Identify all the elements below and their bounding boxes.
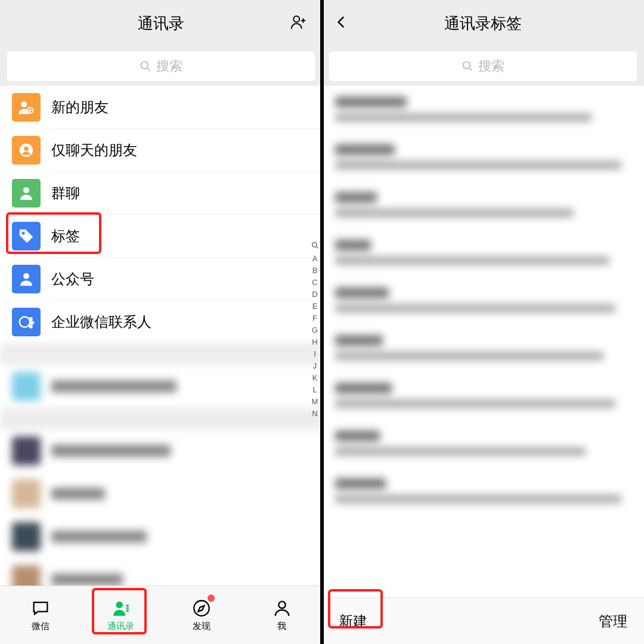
new-button[interactable]: 新建	[339, 612, 367, 631]
row-label: 企业微信联系人	[51, 312, 151, 332]
row-wecom-contacts[interactable]: 企业微信联系人	[0, 301, 322, 343]
search-input[interactable]: 搜索	[7, 51, 315, 81]
chat-friend-icon	[12, 136, 41, 165]
index-letter[interactable]: B	[312, 265, 318, 277]
tag-item[interactable]	[322, 86, 644, 134]
tag-item[interactable]	[322, 324, 644, 372]
svg-point-13	[312, 243, 317, 247]
index-letter[interactable]: L	[312, 384, 317, 396]
svg-point-9	[20, 317, 30, 327]
row-label: 公众号	[51, 270, 94, 289]
tag-list	[322, 86, 644, 597]
index-letter[interactable]: G	[312, 324, 318, 336]
tab-label: 我	[277, 621, 286, 632]
wecom-icon	[12, 308, 41, 336]
tab-label: 发现	[193, 621, 210, 632]
index-letter[interactable]: N	[312, 408, 317, 420]
index-letter[interactable]: I	[314, 348, 316, 360]
row-new-friends[interactable]: 新的朋友	[0, 86, 322, 129]
page-title: 通讯录标签	[444, 13, 522, 34]
group-icon	[12, 179, 41, 208]
svg-point-6	[23, 187, 29, 193]
screen-divider	[320, 0, 324, 644]
tab-discover[interactable]: 发现	[161, 586, 242, 644]
svg-point-17	[463, 62, 470, 69]
tag-item[interactable]	[322, 372, 644, 420]
tab-label: 微信	[32, 621, 49, 632]
tag-icon	[12, 222, 41, 250]
back-icon[interactable]	[334, 14, 349, 32]
index-letter[interactable]: M	[312, 396, 318, 408]
row-group-chats[interactable]: 群聊	[0, 172, 322, 215]
row-label: 群聊	[51, 184, 80, 203]
index-letter[interactable]: C	[312, 277, 317, 289]
svg-point-2	[21, 101, 27, 107]
row-chat-only-friends[interactable]: 仅聊天的朋友	[0, 129, 322, 172]
tag-item[interactable]	[322, 277, 644, 324]
tag-item[interactable]	[322, 134, 644, 181]
svg-point-14	[116, 602, 122, 608]
tab-contacts[interactable]: 通讯录	[80, 586, 161, 644]
svg-point-10	[30, 318, 32, 320]
row-tags[interactable]: 标签	[0, 215, 322, 258]
index-search-icon[interactable]	[311, 241, 319, 253]
tag-item[interactable]	[322, 420, 644, 467]
svg-point-1	[141, 62, 148, 69]
svg-point-11	[31, 321, 33, 324]
left-screen: 通讯录 搜索	[0, 0, 322, 644]
svg-point-8	[23, 273, 29, 279]
tag-item[interactable]	[322, 467, 644, 515]
svg-point-16	[278, 602, 285, 608]
add-friend-icon	[12, 93, 41, 122]
search-wrap: 搜索	[0, 47, 322, 86]
alpha-index[interactable]: A B C D E F G H I J K L M N	[309, 241, 321, 420]
tag-item[interactable]	[322, 229, 644, 277]
index-letter[interactable]: A	[312, 253, 318, 265]
right-screen: 通讯录标签 搜索 新建 管理	[322, 0, 644, 644]
search-input[interactable]: 搜索	[329, 51, 637, 81]
row-official-accounts[interactable]: 公众号	[0, 258, 322, 301]
svg-point-5	[24, 147, 29, 151]
page-title: 通讯录	[138, 13, 184, 34]
header: 通讯录标签	[322, 0, 644, 47]
index-letter[interactable]: J	[313, 360, 317, 372]
svg-point-15	[194, 600, 209, 616]
official-icon	[12, 265, 41, 293]
footer: 新建 管理	[322, 597, 644, 644]
search-placeholder: 搜索	[478, 57, 504, 75]
row-label: 标签	[51, 227, 80, 246]
svg-point-7	[22, 232, 25, 235]
manage-button[interactable]: 管理	[599, 612, 627, 631]
row-label: 仅聊天的朋友	[51, 141, 137, 160]
blurred-contacts	[0, 343, 322, 586]
tab-bar: 微信 通讯录 发现 我	[0, 586, 322, 644]
contact-list: 新的朋友 仅聊天的朋友 群聊	[0, 86, 322, 586]
index-letter[interactable]: K	[312, 372, 318, 384]
index-letter[interactable]: F	[312, 312, 317, 324]
index-letter[interactable]: E	[312, 301, 318, 312]
notification-dot	[208, 595, 215, 602]
svg-point-0	[293, 16, 299, 22]
index-letter[interactable]: H	[312, 336, 317, 348]
tab-label: 通讯录	[107, 621, 134, 632]
search-placeholder: 搜索	[156, 57, 182, 75]
tab-me[interactable]: 我	[242, 586, 322, 644]
add-contact-icon[interactable]	[290, 13, 308, 33]
index-letter[interactable]: D	[312, 289, 317, 301]
header: 通讯录	[0, 0, 322, 47]
tab-wechat[interactable]: 微信	[0, 586, 80, 644]
svg-point-12	[30, 326, 32, 328]
tag-item[interactable]	[322, 181, 644, 229]
search-wrap: 搜索	[322, 47, 644, 86]
row-label: 新的朋友	[51, 98, 109, 117]
